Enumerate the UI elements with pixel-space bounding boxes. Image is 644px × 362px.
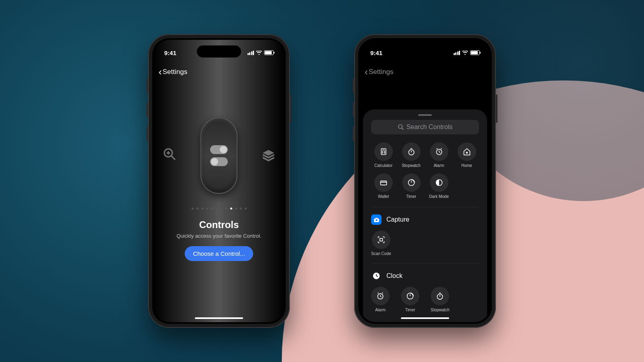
controls-subtitle: Quickly access your favorite Control. xyxy=(177,233,262,239)
control-label: Home xyxy=(461,163,472,168)
stack-icon[interactable] xyxy=(262,149,275,162)
dynamic-island xyxy=(403,45,447,58)
wallpaper-stage: 9:41 ‹ Settings xyxy=(0,0,644,362)
svg-point-26 xyxy=(376,219,377,220)
svg-point-20 xyxy=(466,152,467,153)
status-time: 9:41 xyxy=(370,49,382,56)
home-indicator[interactable] xyxy=(195,317,243,319)
control-calculator[interactable]: Calculator xyxy=(371,142,396,168)
control-stopwatch[interactable]: Stopwatch xyxy=(431,287,450,312)
camera-icon xyxy=(371,214,382,225)
home-indicator[interactable] xyxy=(401,317,449,319)
battery-icon xyxy=(470,50,480,55)
cellular-icon xyxy=(248,51,254,55)
svg-rect-6 xyxy=(381,149,386,155)
darkmode-icon xyxy=(430,173,448,192)
control-label: Timer xyxy=(405,308,415,312)
stopwatch-icon xyxy=(402,142,421,161)
svg-line-1 xyxy=(171,156,175,160)
home-icon xyxy=(458,142,476,161)
suggested-controls-grid: CalculatorStopwatchAlarmHomeWalletTimerD… xyxy=(371,142,479,207)
section-title: Clock xyxy=(386,272,402,280)
iphone-device-right: 9:41 ‹ Settings Search Controls xyxy=(354,34,496,328)
control-label: Alarm xyxy=(375,308,386,312)
cellular-icon xyxy=(454,51,460,55)
status-time: 9:41 xyxy=(164,49,176,56)
battery-icon xyxy=(264,50,274,55)
control-label: Timer xyxy=(406,194,416,199)
control-darkmode[interactable]: Dark Mode xyxy=(427,173,451,199)
section-items: Scan Code xyxy=(371,230,479,263)
control-label: Wallet xyxy=(378,194,389,199)
section-header-clock: Clock xyxy=(371,271,479,281)
toggles-icon xyxy=(210,145,228,166)
controls-picker-sheet: Search Controls CalculatorStopwatchAlarm… xyxy=(363,109,487,322)
control-label: Calculator xyxy=(374,163,392,168)
dynamic-island xyxy=(197,45,241,58)
action-button-controls-panel: Controls Quickly access your favorite Co… xyxy=(154,40,284,322)
iphone-device-left: 9:41 ‹ Settings xyxy=(148,34,290,328)
svg-point-11 xyxy=(384,153,384,153)
svg-rect-27 xyxy=(380,239,382,241)
chevron-left-icon: ‹ xyxy=(365,66,368,78)
section-header-capture: Capture xyxy=(371,214,479,225)
control-label: Dark Mode xyxy=(429,194,449,199)
svg-line-5 xyxy=(402,128,403,130)
alarm-icon xyxy=(430,142,448,161)
control-scan-code[interactable]: Scan Code xyxy=(371,230,391,256)
clock-icon xyxy=(371,271,382,281)
nav-bar[interactable]: ‹ Settings xyxy=(360,64,490,80)
nav-bar[interactable]: ‹ Settings xyxy=(154,64,284,80)
wifi-icon xyxy=(256,49,262,56)
svg-line-18 xyxy=(436,148,438,149)
svg-point-8 xyxy=(382,151,382,152)
calculator-icon xyxy=(374,142,393,161)
section-items: AlarmTimerStopwatch xyxy=(371,287,479,314)
control-home[interactable]: Home xyxy=(454,142,479,168)
control-timer[interactable]: Timer xyxy=(401,287,419,312)
svg-rect-21 xyxy=(380,181,386,185)
alarm-icon xyxy=(371,287,390,305)
control-label: Alarm xyxy=(433,163,444,168)
control-alarm[interactable]: Alarm xyxy=(371,287,390,312)
control-label: Scan Code xyxy=(371,251,391,256)
search-placeholder: Search Controls xyxy=(407,123,453,131)
timer-icon xyxy=(401,287,419,305)
svg-point-9 xyxy=(384,151,384,152)
svg-line-34 xyxy=(378,293,379,294)
search-input[interactable]: Search Controls xyxy=(371,120,479,134)
control-wallet[interactable]: Wallet xyxy=(371,173,396,199)
svg-line-35 xyxy=(382,293,383,294)
control-alarm[interactable]: Alarm xyxy=(427,142,451,168)
back-label: Settings xyxy=(163,68,187,76)
back-label: Settings xyxy=(369,68,393,76)
magnifier-icon[interactable] xyxy=(163,147,176,164)
page-indicator[interactable] xyxy=(192,208,247,210)
controls-title: Controls xyxy=(199,219,239,230)
svg-point-4 xyxy=(398,125,402,128)
stopwatch-icon xyxy=(431,287,449,305)
control-timer[interactable]: Timer xyxy=(399,173,423,199)
timer-icon xyxy=(402,173,421,192)
control-label: Stopwatch xyxy=(431,308,450,312)
action-button-preview xyxy=(200,117,237,194)
sheet-grabber[interactable] xyxy=(418,114,432,116)
wallet-icon xyxy=(374,173,393,192)
section-title: Capture xyxy=(386,216,409,223)
wifi-icon xyxy=(462,49,468,56)
control-stopwatch[interactable]: Stopwatch xyxy=(399,142,423,168)
svg-line-17 xyxy=(439,152,440,153)
svg-point-12 xyxy=(409,150,414,155)
choose-control-button[interactable]: Choose a Control... xyxy=(185,246,253,261)
svg-point-10 xyxy=(382,153,382,153)
qrcode-icon xyxy=(372,230,390,249)
control-label: Stopwatch xyxy=(402,163,421,168)
svg-line-19 xyxy=(441,148,442,149)
chevron-left-icon: ‹ xyxy=(159,66,162,78)
svg-line-33 xyxy=(380,296,382,297)
